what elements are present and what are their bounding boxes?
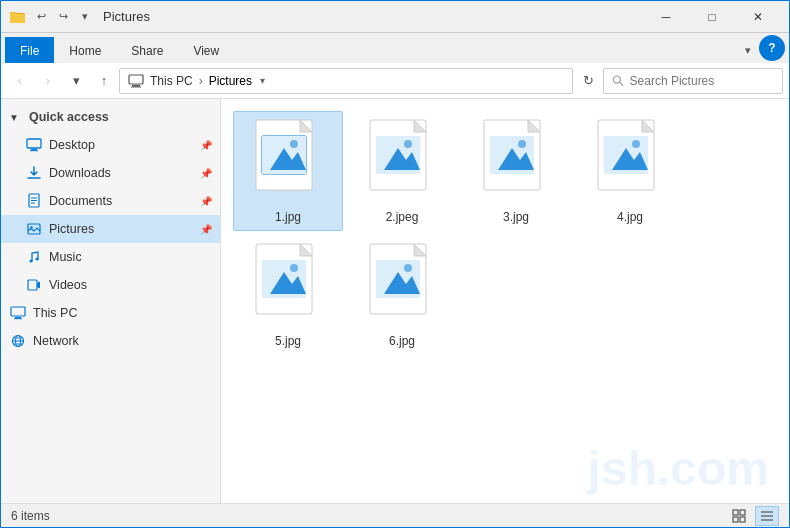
- watermark: jsh.com: [588, 445, 769, 493]
- svg-point-53: [404, 264, 412, 272]
- sidebar-section-quickaccess: ▼ Quick access: [1, 103, 220, 131]
- sidebar-item-documents[interactable]: Documents 📌: [1, 187, 220, 215]
- svg-rect-10: [30, 150, 38, 151]
- tab-share[interactable]: Share: [116, 37, 178, 63]
- pictures-label: Pictures: [49, 222, 94, 236]
- ribbon-collapse[interactable]: ▾: [737, 37, 759, 63]
- downloads-icon: [25, 164, 43, 182]
- downloads-label: Downloads: [49, 166, 111, 180]
- view-largeicons[interactable]: [727, 506, 751, 526]
- svg-point-49: [290, 264, 298, 272]
- svg-rect-20: [28, 280, 37, 290]
- svg-rect-8: [27, 139, 41, 148]
- svg-rect-5: [131, 86, 141, 87]
- view-controls: [727, 506, 779, 526]
- help-button[interactable]: ?: [759, 35, 785, 61]
- svg-point-19: [36, 258, 39, 261]
- sidebar-item-desktop[interactable]: Desktop 📌: [1, 131, 220, 159]
- file-thumb-3: [472, 118, 560, 206]
- svg-rect-3: [129, 75, 143, 84]
- file-item-1[interactable]: 1.jpg: [233, 111, 343, 231]
- sidebar-item-network[interactable]: Network: [1, 327, 220, 355]
- file-icon-5: [248, 242, 328, 330]
- window-controls: ─ □ ✕: [643, 1, 781, 33]
- path-dropdown[interactable]: ▾: [260, 75, 265, 86]
- svg-rect-4: [132, 85, 140, 87]
- path-sep1: ›: [199, 74, 203, 88]
- sidebar: ▼ Quick access Desktop 📌: [1, 99, 221, 503]
- svg-point-33: [290, 140, 298, 148]
- svg-point-41: [518, 140, 526, 148]
- videos-icon: [25, 276, 43, 294]
- tab-view[interactable]: View: [178, 37, 234, 63]
- svg-rect-54: [733, 510, 738, 515]
- file-name-1: 1.jpg: [275, 210, 301, 224]
- window-title: Pictures: [103, 9, 150, 24]
- titlebar: ↩ ↪ ▾ Pictures ─ □ ✕: [1, 1, 789, 33]
- refresh-button[interactable]: ↻: [575, 68, 601, 94]
- close-button[interactable]: ✕: [735, 1, 781, 33]
- file-item-2[interactable]: 2.jpeg: [347, 111, 457, 231]
- qat-dropdown[interactable]: ▾: [75, 7, 95, 27]
- ribbon-tabs: File Home Share View ▾ ?: [1, 33, 789, 63]
- file-name-2: 2.jpeg: [386, 210, 419, 224]
- search-icon: [612, 74, 624, 87]
- music-label: Music: [49, 250, 82, 264]
- svg-rect-21: [11, 307, 25, 316]
- qat-redo[interactable]: ↪: [53, 7, 73, 27]
- svg-rect-2: [10, 14, 25, 23]
- forward-button[interactable]: ›: [35, 68, 61, 94]
- minimize-button[interactable]: ─: [643, 1, 689, 33]
- titlebar-left: ↩ ↪ ▾ Pictures: [9, 7, 643, 27]
- file-item-6[interactable]: 6.jpg: [347, 235, 457, 355]
- svg-line-7: [620, 82, 623, 85]
- sidebar-item-videos[interactable]: Videos: [1, 271, 220, 299]
- statusbar: 6 items: [1, 503, 789, 527]
- tab-home[interactable]: Home: [54, 37, 116, 63]
- search-input[interactable]: [630, 74, 774, 88]
- downloads-pin: 📌: [200, 168, 212, 179]
- main-area: ▼ Quick access Desktop 📌: [1, 99, 789, 503]
- up-button[interactable]: ↑: [91, 68, 117, 94]
- music-icon: [25, 248, 43, 266]
- file-icon-4: [590, 118, 670, 206]
- desktop-label: Desktop: [49, 138, 95, 152]
- path-current: Pictures: [209, 74, 252, 88]
- item-count: 6 items: [11, 509, 50, 523]
- qat-undo[interactable]: ↩: [31, 7, 51, 27]
- back-button[interactable]: ‹: [7, 68, 33, 94]
- documents-icon: [25, 192, 43, 210]
- file-area: 1.jpg 2.jpeg: [221, 99, 789, 503]
- path-thispc: This PC: [150, 74, 193, 88]
- details-view-icon: [760, 509, 774, 523]
- file-name-4: 4.jpg: [617, 210, 643, 224]
- svg-point-37: [404, 140, 412, 148]
- file-item-5[interactable]: 5.jpg: [233, 235, 343, 355]
- sidebar-item-music[interactable]: Music: [1, 243, 220, 271]
- sidebar-item-pictures[interactable]: Pictures 📌: [1, 215, 220, 243]
- file-icon-6: [362, 242, 442, 330]
- pictures-icon: [25, 220, 43, 238]
- file-thumb-2: [358, 118, 446, 206]
- file-item-3[interactable]: 3.jpg: [461, 111, 571, 231]
- file-name-5: 5.jpg: [275, 334, 301, 348]
- view-details[interactable]: [755, 506, 779, 526]
- svg-rect-55: [740, 510, 745, 515]
- tab-file[interactable]: File: [5, 37, 54, 63]
- file-item-4[interactable]: 4.jpg: [575, 111, 685, 231]
- sidebar-item-downloads[interactable]: Downloads 📌: [1, 159, 220, 187]
- folder-icon: [9, 8, 27, 26]
- file-icon-3: [476, 118, 556, 206]
- documents-pin: 📌: [200, 196, 212, 207]
- addressbar: ‹ › ▾ ↑ This PC › Pictures ▾ ↻: [1, 63, 789, 99]
- file-thumb-1: [244, 118, 332, 206]
- file-thumb-6: [358, 242, 446, 330]
- address-box[interactable]: This PC › Pictures ▾: [119, 68, 573, 94]
- search-box[interactable]: [603, 68, 783, 94]
- large-icons-view-icon: [732, 509, 746, 523]
- file-thumb-4: [586, 118, 674, 206]
- maximize-button[interactable]: □: [689, 1, 735, 33]
- file-grid: 1.jpg 2.jpeg: [229, 107, 781, 359]
- sidebar-item-thispc[interactable]: This PC: [1, 299, 220, 327]
- dropdown-history-button[interactable]: ▾: [63, 68, 89, 94]
